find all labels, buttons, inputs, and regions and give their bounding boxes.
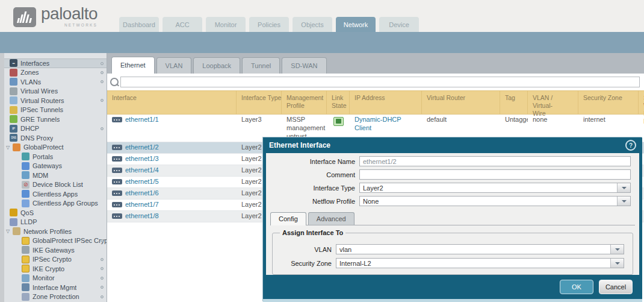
vlan-select[interactable]: vlan (336, 244, 624, 254)
interface-link[interactable]: ethernet1/1 (125, 116, 159, 124)
tab-dashboard[interactable]: Dashboard (119, 17, 159, 32)
interface-icon (112, 168, 122, 173)
sidebar-item-virtual-routers[interactable]: Virtual Routers (4, 96, 107, 105)
vlans-icon (10, 78, 17, 86)
status-dot (101, 99, 104, 102)
ip-address-link[interactable]: Dynamic-DHCP Client (355, 116, 401, 131)
sidebar-item-device-block-list[interactable]: Device Block List (4, 180, 107, 190)
chevron-down-icon[interactable] (610, 259, 624, 268)
interface-link[interactable]: ethernet1/7 (125, 201, 159, 209)
search-input[interactable] (120, 77, 640, 87)
sidebar-item-interfaces[interactable]: Interfaces (4, 58, 107, 68)
tab-acc[interactable]: ACC (163, 17, 202, 32)
tab-config[interactable]: Config (270, 212, 306, 225)
interface-link[interactable]: ethernet1/4 (125, 166, 159, 175)
chevron-down-icon[interactable] (617, 197, 630, 206)
tab-device[interactable]: Device (379, 17, 419, 32)
dialog-footer: OK Cancel (263, 275, 642, 299)
netflow-profile-select[interactable]: None (359, 196, 631, 206)
interface-link[interactable]: ethernet1/3 (125, 155, 159, 163)
sidebar-item-zone-protection[interactable]: Zone Protection (4, 292, 107, 302)
sidebar-item-globalprotect-ipsec-crypto[interactable]: GlobalProtect IPSec Crypt (4, 236, 107, 246)
column-management-profile[interactable]: Management Profile (282, 91, 327, 114)
column-interface-type[interactable]: Interface Type (237, 91, 282, 114)
interface-link[interactable]: ethernet1/2 (125, 143, 159, 152)
interface-type-select[interactable]: Layer2 (359, 183, 631, 193)
link-state-up-icon (333, 117, 344, 126)
sidebar-item-interface-mgmt[interactable]: Interface Mgmt (4, 283, 107, 292)
interface-link[interactable]: ethernet1/5 (125, 178, 159, 186)
lock-icon (22, 265, 29, 272)
virtual-routers-icon (10, 96, 17, 104)
sidebar-item-portals[interactable]: Portals (4, 152, 107, 162)
sidebar-item-qos[interactable]: QoS (4, 208, 107, 218)
tab-objects[interactable]: Objects (293, 17, 332, 32)
sidebar-item-ike-gateways[interactable]: IKE Gateways (4, 245, 107, 255)
column-sdwan-interface-profile[interactable]: SD-WAN Int Profile (639, 91, 644, 114)
ok-button[interactable]: OK (560, 280, 593, 294)
tab-network[interactable]: Network (336, 17, 376, 32)
subtab-sdwan[interactable]: SD-WAN (282, 57, 326, 74)
interface-type-subtabs: Ethernet VLAN Loopback Tunnel SD-WAN (107, 53, 644, 74)
paloalto-logo-icon (13, 7, 36, 27)
sidebar-item-dhcp[interactable]: DHCP (4, 124, 107, 134)
network-sidebar: Interfaces Zones VLANs Virtual Wires Vir… (4, 53, 107, 302)
interfaces-icon (10, 59, 17, 67)
sidebar-item-vlans[interactable]: VLANs (4, 77, 107, 87)
subtab-ethernet[interactable]: Ethernet (111, 57, 155, 74)
column-vlan-virtual-wire[interactable]: VLAN / Virtual- Wire (528, 91, 578, 114)
sidebar-item-lldp[interactable]: LLDP (4, 218, 107, 227)
sidebar-item-dns-proxy[interactable]: DNS Proxy (4, 133, 107, 143)
column-security-zone[interactable]: Security Zone (578, 91, 639, 114)
interface-icon (112, 213, 122, 219)
tab-policies[interactable]: Policies (249, 17, 289, 32)
column-tag[interactable]: Tag (500, 91, 528, 114)
sidebar-item-gre-tunnels[interactable]: GRE Tunnels (4, 115, 107, 124)
dialog-body: Interface Name ethernet1/2 Comment Inter… (266, 153, 639, 275)
sidebar-item-network-profiles[interactable]: ▽Network Profiles (4, 227, 107, 236)
expander-triangle-icon[interactable]: ▽ (6, 145, 13, 150)
interface-link[interactable]: ethernet1/8 (125, 212, 159, 221)
comment-field[interactable] (359, 169, 631, 180)
status-dot (101, 258, 104, 261)
help-icon[interactable]: ? (625, 140, 636, 151)
expander-triangle-icon[interactable]: ▽ (6, 228, 13, 234)
comment-label: Comment (266, 171, 359, 178)
column-link-state[interactable]: Link State (327, 91, 350, 114)
sidebar-item-ike-crypto[interactable]: IKE Crypto (4, 264, 107, 274)
dialog-bottom-strip (263, 299, 642, 302)
column-ip-address[interactable]: IP Address (350, 91, 422, 114)
sidebar-item-ipsec-crypto[interactable]: IPSec Crypto (4, 255, 107, 265)
interface-icon (112, 190, 122, 196)
mdm-icon (22, 171, 29, 179)
sidebar-item-clientless-app-groups[interactable]: Clientless App Groups (4, 199, 107, 209)
chevron-down-icon[interactable] (610, 245, 624, 254)
virtual-wires-icon (10, 87, 17, 95)
ethernet-interface-dialog: Ethernet Interface ? Interface Name ethe… (263, 137, 642, 302)
sidebar-item-mdm[interactable]: MDM (4, 171, 107, 180)
column-virtual-router[interactable]: Virtual Router (422, 91, 500, 114)
interface-link[interactable]: ethernet1/6 (125, 189, 159, 198)
subtab-vlan[interactable]: VLAN (156, 57, 192, 74)
qos-icon (10, 209, 17, 216)
sidebar-item-virtual-wires[interactable]: Virtual Wires (4, 87, 107, 96)
cancel-button[interactable]: Cancel (599, 280, 633, 294)
status-dot (101, 80, 104, 83)
clientless-apps-icon (22, 190, 29, 198)
tab-monitor[interactable]: Monitor (206, 17, 246, 32)
tab-advanced[interactable]: Advanced (308, 212, 355, 225)
chevron-down-icon[interactable] (617, 183, 630, 192)
security-zone-select[interactable]: Internal-L2 (336, 258, 624, 268)
interface-icon (112, 202, 122, 207)
lldp-icon (10, 218, 17, 226)
subtab-loopback[interactable]: Loopback (193, 57, 240, 74)
subtab-tunnel[interactable]: Tunnel (242, 57, 280, 74)
sidebar-item-ipsec-tunnels[interactable]: IPSec Tunnels (4, 105, 107, 115)
sidebar-item-clientless-apps[interactable]: Clientless Apps (4, 189, 107, 199)
column-interface[interactable]: Interface (107, 91, 237, 114)
sidebar-item-gateways[interactable]: Gateways (4, 162, 107, 171)
brand-name: paloalto (41, 4, 98, 23)
sidebar-item-globalprotect[interactable]: ▽GlobalProtect (4, 143, 107, 153)
sidebar-item-zones[interactable]: Zones (4, 68, 107, 78)
sidebar-item-monitor-profile[interactable]: Monitor (4, 274, 107, 283)
